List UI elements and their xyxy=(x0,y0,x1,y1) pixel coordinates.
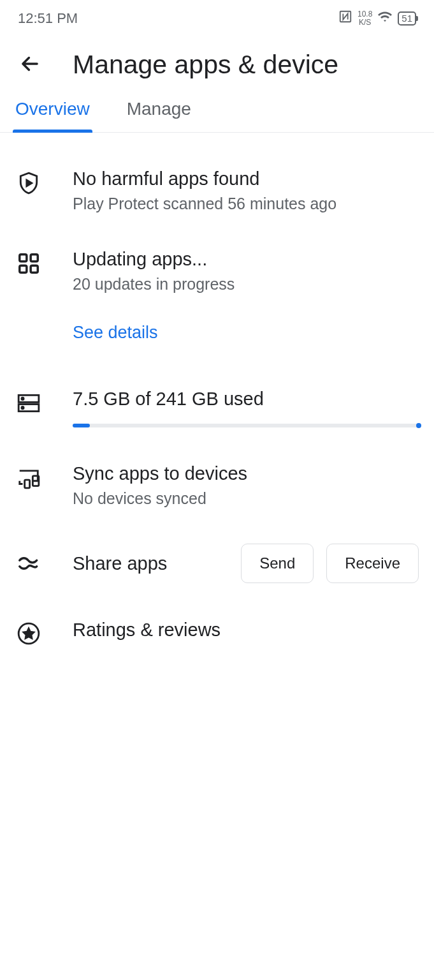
sync-row[interactable]: Sync apps to devices No devices synced xyxy=(15,463,419,508)
nfc-icon xyxy=(338,10,352,27)
status-right: 10.8K/S 51 xyxy=(338,9,416,28)
svg-rect-2 xyxy=(31,255,38,262)
protect-sub: Play Protect scanned 56 minutes ago xyxy=(73,195,419,213)
wifi-icon xyxy=(377,9,393,28)
devices-icon xyxy=(15,463,42,490)
share-label: Share apps xyxy=(73,553,210,574)
app-header: Manage apps & device xyxy=(0,37,434,99)
storage-row[interactable]: 7.5 GB of 241 GB used xyxy=(15,389,419,427)
send-button[interactable]: Send xyxy=(241,544,314,583)
svg-point-7 xyxy=(22,397,24,399)
svg-rect-4 xyxy=(31,265,38,272)
tabs: Overview Manage xyxy=(0,99,434,133)
storage-progress xyxy=(73,424,419,427)
ratings-title: Ratings & reviews xyxy=(73,620,419,641)
star-circle-icon xyxy=(15,619,42,646)
tab-overview[interactable]: Overview xyxy=(15,99,90,132)
back-button[interactable] xyxy=(18,52,42,78)
apps-grid-icon xyxy=(15,249,42,276)
svg-rect-10 xyxy=(25,480,30,488)
see-details-link[interactable]: See details xyxy=(73,323,419,343)
status-bar: 12:51 PM 10.8K/S 51 xyxy=(0,0,434,37)
receive-button[interactable]: Receive xyxy=(326,544,419,583)
svg-rect-1 xyxy=(20,255,27,262)
svg-point-8 xyxy=(22,407,24,409)
updates-row[interactable]: Updating apps... 20 updates in progress xyxy=(15,249,419,293)
updates-title: Updating apps... xyxy=(73,249,419,270)
status-time: 12:51 PM xyxy=(18,10,78,27)
share-row: Share apps Send Receive xyxy=(15,544,419,583)
content: No harmful apps found Play Protect scann… xyxy=(0,133,434,646)
nearby-share-icon xyxy=(15,551,42,575)
network-speed: 10.8K/S xyxy=(358,10,372,27)
storage-progress-dot xyxy=(416,423,421,428)
shield-play-icon xyxy=(15,168,42,195)
svg-rect-3 xyxy=(20,265,27,272)
page-title: Manage apps & device xyxy=(73,50,338,80)
storage-progress-fill xyxy=(73,424,90,427)
protect-title: No harmful apps found xyxy=(73,168,419,189)
storage-icon xyxy=(15,389,42,415)
battery-indicator: 51 xyxy=(398,11,416,26)
ratings-row[interactable]: Ratings & reviews xyxy=(15,619,419,646)
sync-title: Sync apps to devices xyxy=(73,463,419,484)
sync-sub: No devices synced xyxy=(73,489,419,508)
play-protect-row[interactable]: No harmful apps found Play Protect scann… xyxy=(15,168,419,213)
storage-text: 7.5 GB of 241 GB used xyxy=(73,389,419,410)
updates-sub: 20 updates in progress xyxy=(73,275,419,293)
tab-manage[interactable]: Manage xyxy=(127,99,191,132)
